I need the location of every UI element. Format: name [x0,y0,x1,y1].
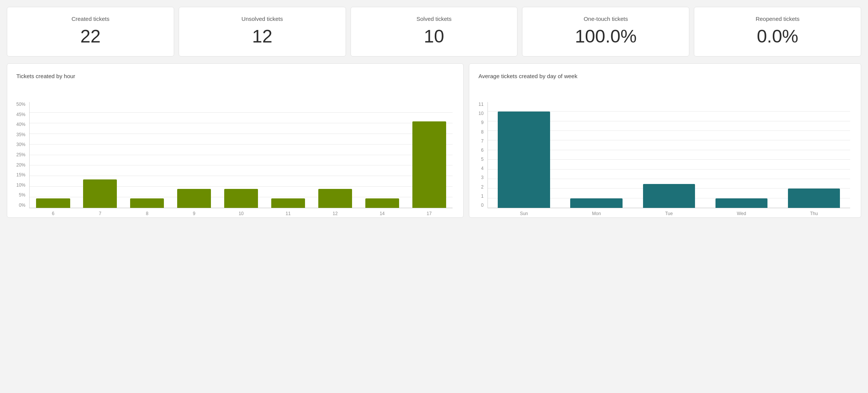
left-y-label-3: 15% [16,173,25,177]
stat-card-2: Solved tickets 10 [351,7,518,57]
chart-panels-row: Tickets created by hour 0%5%10%15%20%25%… [7,63,861,218]
right-bar-col-3: Wed [705,102,778,208]
left-y-label-10: 50% [16,102,25,107]
stat-card-value-2: 10 [424,27,444,46]
stat-card-1: Unsolved tickets 12 [179,7,346,57]
left-y-label-4: 20% [16,163,25,167]
right-bar-xlabel-1: Mon [592,211,601,216]
left-bar-xlabel-5: 11 [286,211,291,216]
left-bar-rect-8 [412,121,446,208]
right-chart-panel: Average tickets created by day of week 0… [469,63,861,218]
right-y-label-9: 9 [478,120,483,125]
left-bar-xlabel-6: 12 [333,211,338,216]
right-bar-xlabel-2: Tue [665,211,673,216]
left-bar-rect-0 [36,198,70,208]
left-bar-rect-7 [365,198,399,208]
right-y-label-6: 6 [478,148,483,152]
left-y-label-9: 45% [16,112,25,117]
stat-card-label-3: One-touch tickets [583,16,628,22]
left-bar-col-2: 8 [124,102,171,208]
right-chart-title: Average tickets created by day of week [478,73,850,79]
left-chart-title: Tickets created by hour [16,73,453,79]
left-y-axis: 0%5%10%15%20%25%30%35%40%45%50% [16,102,25,208]
right-bar-xlabel-4: Thu [810,211,818,216]
left-bar-xlabel-4: 10 [239,211,244,216]
right-bar-chart: 01234567891011 SunMonTueWedThu [478,87,850,208]
right-y-label-10: 10 [478,111,483,116]
stat-card-value-0: 22 [80,27,101,46]
stat-card-label-0: Created tickets [71,16,109,22]
right-bar-xlabel-0: Sun [520,211,528,216]
right-y-axis: 01234567891011 [478,102,483,208]
left-y-label-5: 25% [16,152,25,157]
stat-card-value-4: 0.0% [757,27,798,46]
stat-card-value-1: 12 [252,27,272,46]
stat-cards-row: Created tickets 22 Unsolved tickets 12 S… [7,7,861,57]
right-bar-col-4: Thu [778,102,850,208]
right-y-label-3: 3 [478,175,483,180]
left-bar-xlabel-8: 17 [427,211,432,216]
right-bar-rect-3 [715,198,768,208]
right-y-label-2: 2 [478,185,483,189]
stat-card-value-3: 100.0% [575,27,637,46]
stat-card-0: Created tickets 22 [7,7,174,57]
right-y-label-8: 8 [478,130,483,134]
right-y-label-4: 4 [478,166,483,171]
left-bar-col-0: 6 [30,102,77,208]
left-bar-rect-3 [177,189,211,208]
left-bar-chart: 0%5%10%15%20%25%30%35%40%45%50% 67891011… [16,87,453,208]
left-y-label-6: 30% [16,142,25,147]
left-bar-col-7: 14 [359,102,406,208]
left-bar-col-8: 17 [406,102,453,208]
stat-card-label-1: Unsolved tickets [242,16,283,22]
left-bar-rect-2 [130,198,164,208]
left-bar-col-1: 7 [77,102,124,208]
left-bars-area: 67891011121417 [29,102,453,208]
right-bar-rect-2 [643,184,695,208]
left-chart-panel: Tickets created by hour 0%5%10%15%20%25%… [7,63,464,218]
left-bar-col-5: 11 [265,102,312,208]
left-y-label-0: 0% [16,203,25,208]
left-bar-rect-1 [83,179,117,208]
left-bar-col-6: 12 [311,102,359,208]
right-y-label-11: 11 [478,102,483,107]
right-y-label-7: 7 [478,139,483,143]
left-bar-xlabel-0: 6 [52,211,55,216]
left-y-label-1: 5% [16,193,25,197]
right-bar-xlabel-3: Wed [737,211,746,216]
left-bar-xlabel-3: 9 [193,211,195,216]
right-y-label-5: 5 [478,157,483,162]
right-bar-col-2: Tue [633,102,705,208]
stat-card-4: Reopened tickets 0.0% [694,7,861,57]
stat-card-label-4: Reopened tickets [756,16,800,22]
right-bar-rect-0 [498,112,550,208]
right-bar-rect-1 [570,198,623,208]
right-bar-col-0: Sun [488,102,560,208]
left-y-label-2: 10% [16,183,25,187]
stat-card-label-2: Solved tickets [417,16,452,22]
left-bar-xlabel-7: 14 [380,211,385,216]
left-bar-xlabel-1: 7 [99,211,102,216]
right-y-label-0: 0 [478,203,483,208]
left-y-label-8: 40% [16,122,25,127]
right-y-label-1: 1 [478,194,483,198]
left-bar-rect-5 [271,198,305,208]
left-bar-col-4: 10 [218,102,265,208]
left-bar-rect-4 [224,189,258,208]
left-bar-xlabel-2: 8 [146,211,148,216]
left-y-label-7: 35% [16,132,25,137]
right-bar-rect-4 [788,189,840,208]
left-bar-rect-6 [318,189,352,208]
right-bar-col-1: Mon [560,102,633,208]
left-bar-col-3: 9 [171,102,218,208]
right-bars-area: SunMonTueWedThu [487,102,850,208]
stat-card-3: One-touch tickets 100.0% [522,7,689,57]
